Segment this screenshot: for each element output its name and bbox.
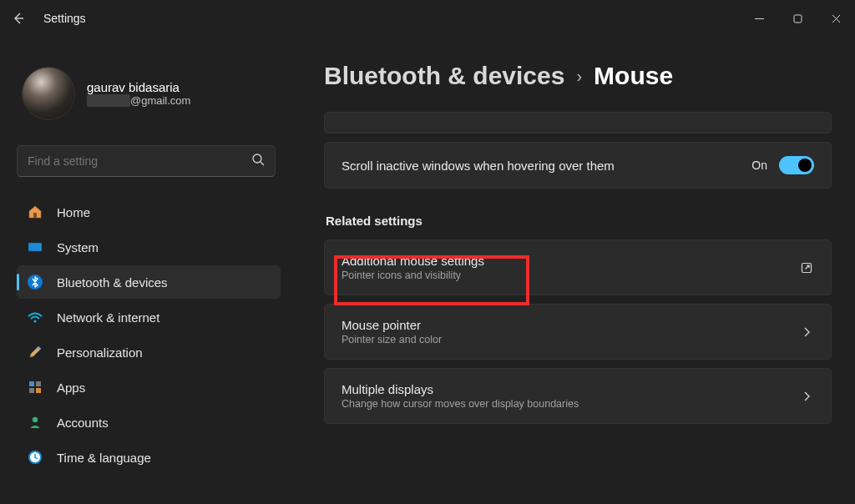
sidebar-item-system[interactable]: System [17,230,281,264]
related-title: Multiple displays [341,382,579,396]
user-email: xxxxxxxx@gmail.com [87,94,190,107]
chevron-right-icon [799,325,814,340]
related-title: Additional mouse settings [341,254,484,268]
apps-icon [27,379,43,396]
toggle-state-label: On [751,159,767,172]
search-icon [251,153,265,169]
svg-rect-2 [33,213,37,218]
window-controls [740,3,855,33]
svg-rect-0 [794,15,802,23]
nav-label: Bluetooth & devices [57,275,168,290]
system-icon [27,239,43,255]
breadcrumb-current: Mouse [594,62,673,90]
sidebar: gaurav bidasaria xxxxxxxx@gmail.com Home… [0,37,289,504]
setting-card-placeholder[interactable] [324,112,832,134]
nav: Home System Bluetooth & devices Network … [17,195,281,474]
nav-label: Home [57,205,90,219]
app-name: Settings [43,12,86,25]
open-external-icon [799,260,814,275]
related-additional-mouse-settings[interactable]: Additional mouse settings Pointer icons … [324,239,832,295]
titlebar: Settings [0,0,855,37]
user-profile[interactable]: gaurav bidasaria xxxxxxxx@gmail.com [22,67,281,120]
setting-label: Scroll inactive windows when hovering ov… [341,159,615,173]
clock-icon [27,449,43,466]
related-sub: Change how cursor moves over display bou… [341,398,579,410]
svg-point-1 [253,154,261,163]
search-box[interactable] [17,145,276,177]
nav-label: Time & language [57,451,151,465]
svg-rect-3 [28,243,42,251]
nav-label: Personalization [57,345,143,360]
sidebar-item-personalization[interactable]: Personalization [17,335,281,369]
related-sub: Pointer size and color [341,334,442,345]
accounts-icon [27,414,43,431]
svg-point-6 [33,320,36,322]
related-title: Mouse pointer [341,318,442,332]
nav-label: System [57,240,99,255]
avatar [22,67,75,120]
sidebar-item-home[interactable]: Home [17,195,281,229]
chevron-right-icon: › [576,67,582,86]
nav-label: Network & internet [57,310,159,325]
section-heading: Related settings [326,214,832,228]
related-mouse-pointer[interactable]: Mouse pointer Pointer size and color [324,304,832,360]
minimize-button[interactable] [740,3,778,33]
breadcrumb: Bluetooth & devices › Mouse [324,62,832,90]
maximize-button[interactable] [778,3,817,33]
svg-rect-9 [29,388,34,393]
nav-label: Apps [57,381,85,395]
close-button[interactable] [817,3,855,33]
svg-point-11 [33,417,38,422]
toggle-switch[interactable] [779,156,814,174]
bluetooth-icon [27,274,43,290]
main: Bluetooth & devices › Mouse Scroll inact… [289,37,855,504]
related-sub: Pointer icons and visibility [341,270,484,281]
brush-icon [27,344,43,360]
user-name: gaurav bidasaria [87,80,190,94]
sidebar-item-time[interactable]: Time & language [17,441,281,474]
sidebar-item-network[interactable]: Network & internet [17,300,281,334]
sidebar-item-accounts[interactable]: Accounts [17,406,281,439]
chevron-right-icon [799,389,814,404]
setting-scroll-inactive[interactable]: Scroll inactive windows when hovering ov… [324,142,832,189]
nav-label: Accounts [57,416,109,430]
svg-rect-10 [36,388,41,393]
svg-rect-7 [29,381,34,386]
home-icon [27,204,43,220]
back-button[interactable] [10,10,27,27]
svg-rect-8 [36,381,41,386]
related-multiple-displays[interactable]: Multiple displays Change how cursor move… [324,368,832,424]
sidebar-item-bluetooth[interactable]: Bluetooth & devices [17,265,281,299]
search-input[interactable] [28,154,251,168]
breadcrumb-parent[interactable]: Bluetooth & devices [324,62,564,90]
wifi-icon [27,309,43,325]
sidebar-item-apps[interactable]: Apps [17,370,281,404]
